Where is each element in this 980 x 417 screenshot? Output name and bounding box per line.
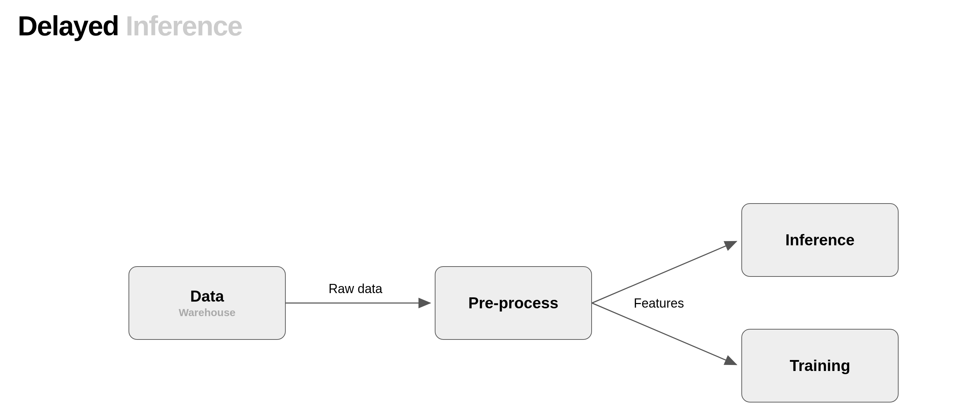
node-data-title: Data (190, 287, 224, 305)
node-data: Data Warehouse (129, 266, 286, 340)
node-inference-title: Inference (785, 231, 855, 249)
node-preprocess: Pre-process (435, 266, 592, 340)
node-inference: Inference (741, 203, 899, 277)
page-title: Delayed Inference (18, 10, 242, 42)
node-training-title: Training (789, 357, 850, 374)
title-part-2: Inference (126, 10, 242, 41)
node-preprocess-title: Pre-process (468, 294, 558, 312)
edge-label-raw-data: Raw data (329, 282, 382, 296)
node-training: Training (741, 329, 899, 403)
svg-line-5 (592, 303, 737, 364)
arrow-data-to-preprocess (286, 298, 435, 309)
title-part-1: Delayed (18, 10, 126, 41)
edge-label-features: Features (634, 296, 684, 311)
svg-line-3 (592, 242, 737, 303)
node-data-subtitle: Warehouse (179, 307, 236, 318)
